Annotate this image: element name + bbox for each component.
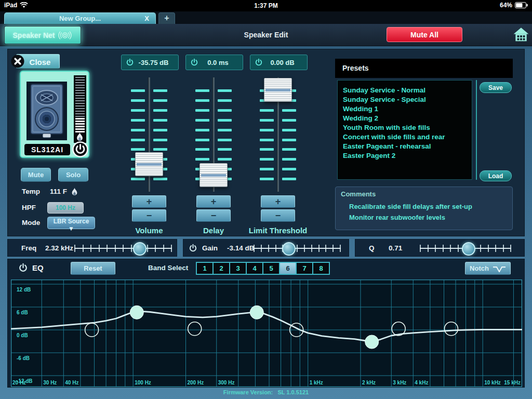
fader-cap-delay[interactable]	[200, 163, 228, 187]
load-button[interactable]: Load	[480, 170, 512, 181]
y-axis-tick-label: 6 dB	[17, 310, 28, 315]
fader-tick	[131, 178, 145, 180]
meter-segment	[75, 108, 85, 109]
firmware-version: Firmware Version: SL 1.0.5121	[0, 389, 532, 395]
solo-button[interactable]: Solo	[58, 168, 88, 182]
fader-tick	[131, 109, 145, 112]
eq-band-handle-6-selected[interactable]	[365, 335, 379, 349]
limiter-flame-icon	[76, 132, 84, 142]
q-slider-knob[interactable]	[462, 242, 475, 256]
fader-value-display: -35.75 dB	[121, 55, 179, 70]
eq-band-handle-3[interactable]	[188, 322, 202, 336]
fader-tick	[260, 129, 274, 131]
preset-item[interactable]: Sunday Service - Special	[338, 95, 472, 104]
preset-item[interactable]: Easter Pagent 2	[338, 151, 472, 161]
hpf-value-button[interactable]: 100 Hz	[47, 202, 84, 214]
eq-power-button[interactable]	[18, 263, 28, 273]
x-axis-tick-label: 300 Hz	[218, 380, 235, 385]
band-select-6[interactable]: 6	[280, 262, 296, 274]
slider-tick	[115, 245, 116, 252]
band-select-2[interactable]: 2	[213, 262, 230, 274]
decrement-button-volume[interactable]: −	[132, 209, 166, 222]
preset-item[interactable]: Wedding 1	[338, 104, 472, 114]
slider-tick	[254, 245, 255, 252]
slider-tick	[311, 245, 312, 252]
battery-icon	[515, 2, 528, 8]
fader-tick	[282, 148, 296, 151]
eq-reset-button[interactable]: Reset	[71, 262, 115, 275]
freq-slider[interactable]	[74, 244, 172, 253]
x-axis-tick-label: 20 Hz	[12, 380, 26, 385]
speaker-card[interactable]: SL312AI	[20, 71, 89, 158]
filter-type-dropdown[interactable]: Notch	[465, 262, 511, 275]
mode-dropdown[interactable]: LBR Source ▼	[47, 217, 95, 229]
gain-slider[interactable]	[254, 244, 341, 253]
new-tab-button[interactable]: +	[158, 12, 175, 24]
graph-border	[11, 280, 522, 387]
fader-tick	[131, 148, 145, 151]
tab-bar: New Group... X +	[0, 11, 532, 24]
increment-button-volume[interactable]: +	[132, 195, 166, 208]
q-slider[interactable]	[420, 244, 511, 253]
decrement-button-delay[interactable]: −	[196, 209, 231, 222]
mute-all-button[interactable]: Mute All	[387, 27, 462, 42]
y-axis-tick-label: -6 dB	[17, 355, 30, 361]
fader-cap-limit-threshold[interactable]	[264, 78, 292, 102]
fader-limit-threshold: 0.00 dB+−Limit Threshold	[246, 55, 310, 236]
fader-delay: 0.0 ms+−Delay	[181, 55, 246, 236]
band-select-8[interactable]: 8	[313, 262, 329, 274]
band-select-3[interactable]: 3	[230, 262, 246, 274]
comments-box[interactable]: Comments Recalibrate side fill delays af…	[335, 187, 513, 230]
meter-segment	[75, 128, 85, 130]
freq-slider-knob[interactable]	[133, 242, 147, 256]
mode-label: Mode	[22, 219, 40, 227]
preset-item[interactable]: Wedding 2	[338, 114, 472, 123]
fader-label: Limit Threshold	[246, 226, 310, 235]
eq-band-handle-8[interactable]	[444, 322, 458, 336]
gain-slider-knob[interactable]	[282, 242, 296, 256]
tab-close-button[interactable]: X	[144, 13, 149, 24]
preset-item[interactable]: Easter Pageant - rehearsal	[338, 142, 472, 151]
save-button[interactable]: Save	[480, 82, 512, 93]
power-icon[interactable]	[189, 244, 197, 252]
fader-tick	[218, 158, 232, 161]
home-button[interactable]	[513, 26, 529, 43]
eq-band-handle-7[interactable]	[392, 322, 405, 336]
fader-label: Volume	[117, 226, 181, 235]
eq-response-graph[interactable]: 12 dB6 dB0 dB-6 dB-12 dB20 Hz30 Hz40 Hz1…	[11, 280, 522, 387]
slider-tick	[297, 245, 298, 252]
fader-tick	[153, 139, 167, 141]
eq-band-handle-2[interactable]	[130, 305, 143, 319]
band-select-5[interactable]: 5	[263, 262, 280, 274]
band-select-7[interactable]: 7	[296, 262, 313, 274]
preset-item[interactable]: Concert with side fills and rear	[338, 132, 472, 142]
x-axis-tick-label: 3 kHz	[393, 380, 406, 385]
x-axis-tick-label: 1 kHz	[310, 380, 323, 385]
slider-tick	[332, 245, 334, 252]
preset-list[interactable]: Sunday Service - NormalSunday Service - …	[337, 80, 472, 180]
decrement-button-limit-threshold[interactable]: −	[261, 209, 295, 222]
preset-scrollbar[interactable]	[476, 80, 477, 180]
fader-tick	[218, 139, 232, 141]
fader-tick	[153, 178, 167, 180]
fader-value-display: 0.00 dB	[250, 55, 308, 70]
fader-tick	[282, 158, 296, 161]
mute-button[interactable]: Mute	[21, 168, 51, 182]
band-select-1[interactable]: 1	[196, 262, 213, 274]
band-select-4[interactable]: 4	[246, 262, 263, 274]
close-x-icon[interactable]	[11, 55, 24, 68]
preset-item[interactable]: Youth Room with side fills	[338, 123, 472, 132]
increment-button-limit-threshold[interactable]: +	[261, 195, 295, 208]
gain-control: Gain-3.14 dB	[183, 239, 349, 257]
fader-tick	[260, 178, 274, 180]
fader-cap-volume[interactable]	[135, 152, 163, 176]
preset-item[interactable]: Sunday Service - Normal	[338, 86, 472, 95]
fader-tick	[218, 99, 232, 102]
fader-tick	[282, 109, 296, 112]
tab-new-group[interactable]: New Group... X	[4, 12, 156, 24]
speaker-power-button[interactable]	[72, 141, 88, 157]
increment-button-delay[interactable]: +	[196, 195, 231, 208]
eq-band-handle-4[interactable]	[250, 305, 263, 319]
param-value: 2.32 kHz	[45, 244, 73, 252]
fader-volume: -35.75 dB+−Volume	[117, 55, 181, 236]
